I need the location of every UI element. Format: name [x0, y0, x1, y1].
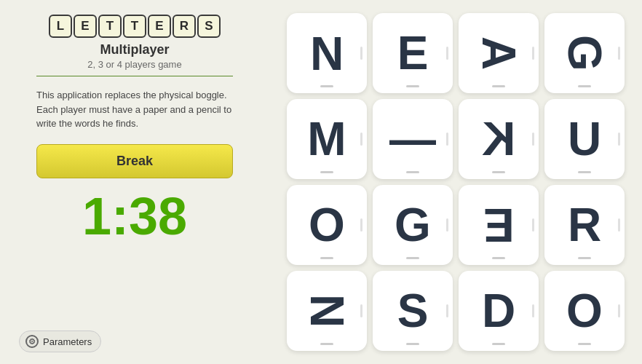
divider: [36, 76, 233, 76]
tile-5: —: [373, 99, 453, 179]
tile-11: R: [544, 185, 625, 265]
logo-t1: T: [98, 15, 122, 38]
logo-r: R: [173, 15, 196, 38]
logo-l: L: [49, 15, 72, 38]
logo-e2: E: [148, 15, 171, 38]
tile-1: E: [373, 13, 453, 93]
parameters-label: Parameters: [43, 336, 92, 347]
parameters-icon: ⚙: [25, 335, 39, 348]
tile-3: G: [544, 13, 625, 93]
tile-8: O: [287, 185, 367, 265]
tile-7: U: [544, 99, 625, 179]
letter-grid: NEAGM—KUOGERNSDO: [287, 13, 625, 351]
tile-2: A: [459, 13, 539, 93]
tile-4: M: [287, 99, 367, 179]
tile-9: G: [373, 185, 453, 265]
tile-12: N: [287, 271, 367, 351]
right-panel: NEAGM—KUOGERNSDO: [269, 0, 642, 364]
tile-0: N: [287, 13, 367, 93]
tile-13: S: [373, 271, 453, 351]
logo-title: Multiplayer: [100, 42, 169, 58]
tile-14: D: [459, 271, 539, 351]
left-panel: L E T T E R S Multiplayer 2, 3 or 4 play…: [0, 0, 269, 364]
logo-container: L E T T E R S: [49, 15, 221, 38]
timer: 1:38: [82, 190, 187, 242]
description: This application replaces the physical b…: [36, 88, 233, 131]
break-button[interactable]: Break: [36, 144, 233, 178]
logo-e: E: [74, 15, 97, 38]
logo-subtitle: 2, 3 or 4 players game: [87, 59, 181, 70]
logo-s: S: [197, 15, 221, 38]
tile-10: E: [459, 185, 539, 265]
tile-15: O: [544, 271, 625, 351]
logo-t2: T: [123, 15, 146, 38]
parameters-button[interactable]: ⚙ Parameters: [19, 331, 101, 352]
tile-6: K: [459, 99, 539, 179]
